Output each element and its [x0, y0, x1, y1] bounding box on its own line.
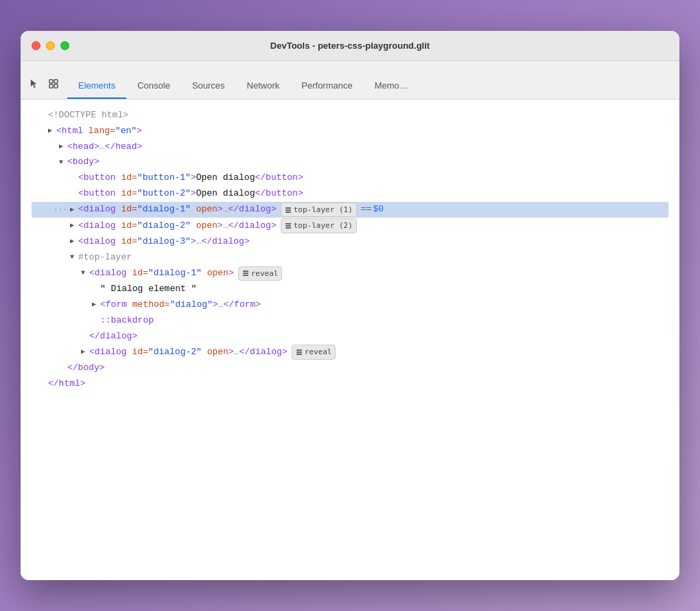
- window-title: DevTools - peters-css-playground.glit: [270, 41, 430, 51]
- html-open-line: ▶ <html lang="en" >: [32, 124, 668, 139]
- top-layer-1-badge[interactable]: top-layer (1): [281, 203, 357, 218]
- svg-rect-6: [285, 211, 291, 213]
- tab-memory[interactable]: Memo…: [364, 75, 419, 99]
- doctype-line: <!DOCTYPE html>: [32, 108, 668, 124]
- top-layer-2-badge[interactable]: top-layer (2): [281, 218, 357, 233]
- dialog3-line[interactable]: ▶ <dialog id="dialog-3" > … </dialog>: [32, 234, 668, 250]
- body-triangle[interactable]: ▼: [59, 157, 67, 168]
- tab-console[interactable]: Console: [126, 75, 181, 99]
- toolbar-icons: [26, 76, 62, 99]
- button2-line: <button id="button-2" > Open dialog </bu…: [32, 186, 668, 202]
- head-line: ▶ <head> … </head>: [32, 139, 668, 155]
- cursor-icon[interactable]: [26, 76, 43, 92]
- button1-line: <button id="button-1" > Open dialog </bu…: [32, 170, 668, 186]
- reveal-badge-1[interactable]: reveal: [238, 266, 283, 281]
- dialog1-inner-open-line[interactable]: ▼ <dialog id="dialog-1" open > reveal: [32, 266, 668, 282]
- body-close-line: </body>: [32, 360, 668, 376]
- body-open-line: ▼ <body>: [32, 154, 668, 170]
- doctype-text: <!DOCTYPE html>: [48, 108, 128, 123]
- svg-rect-3: [54, 84, 58, 88]
- svg-rect-10: [243, 270, 248, 272]
- html-tag-open: <html: [56, 124, 83, 139]
- dialog1-line[interactable]: ··· ▶ <dialog id="dialog-1" open > … </d…: [32, 202, 668, 218]
- reveal-badge-2[interactable]: reveal: [292, 345, 336, 360]
- tab-network[interactable]: Network: [236, 75, 291, 99]
- dialog1-triangle[interactable]: ▶: [70, 205, 78, 216]
- dialog1-close-tag: </dialog>: [89, 330, 137, 344]
- top-layer-line[interactable]: ▼ #top-layer: [32, 250, 668, 266]
- dialog1-close-line: </dialog>: [32, 329, 668, 345]
- traffic-lights: [32, 41, 69, 50]
- dialog-text: " Dialog element ": [100, 282, 196, 297]
- svg-rect-0: [49, 80, 53, 83]
- tab-sources[interactable]: Sources: [181, 75, 236, 99]
- dialog2-line[interactable]: ▶ <dialog id="dialog-2" open > … </dialo…: [32, 218, 668, 234]
- devtools-window: DevTools - peters-css-playground.glit El…: [21, 31, 679, 580]
- dialog2-triangle[interactable]: ▶: [70, 220, 78, 231]
- title-bar: DevTools - peters-css-playground.glit: [21, 31, 679, 61]
- svg-rect-11: [243, 273, 248, 274]
- head-triangle[interactable]: ▶: [59, 141, 67, 152]
- top-layer-triangle[interactable]: ▼: [70, 252, 78, 263]
- svg-rect-13: [296, 349, 302, 351]
- backdrop-line: ::backdrop: [32, 313, 668, 329]
- dialog-text-line: " Dialog element ": [32, 281, 668, 297]
- html-lang-attr: lang=: [83, 124, 115, 139]
- svg-rect-15: [296, 354, 302, 355]
- form-line[interactable]: ▶ <form method="dialog" > … </form>: [32, 297, 668, 313]
- minimize-button[interactable]: [46, 41, 55, 50]
- dialog1-inner-triangle[interactable]: ▼: [81, 268, 89, 279]
- svg-rect-12: [243, 275, 248, 276]
- maximize-button[interactable]: [60, 41, 69, 50]
- svg-rect-8: [285, 225, 291, 227]
- svg-rect-1: [49, 84, 53, 88]
- layers-icon: [285, 207, 292, 214]
- svg-rect-14: [296, 351, 302, 353]
- html-close-tag: </html>: [48, 377, 86, 391]
- tab-bar: Elements Console Sources Network Perform…: [21, 61, 679, 100]
- tab-elements[interactable]: Elements: [67, 75, 126, 99]
- inspect-icon[interactable]: [45, 76, 62, 92]
- body-close-tag: </body>: [67, 361, 105, 376]
- dialog2-inner-line[interactable]: ▶ <dialog id="dialog-2" open > … </dialo…: [32, 344, 668, 360]
- svg-rect-4: [285, 207, 291, 209]
- html-triangle[interactable]: ▶: [48, 126, 56, 137]
- svg-rect-5: [285, 209, 291, 211]
- dialog3-triangle[interactable]: ▶: [70, 236, 78, 247]
- close-button[interactable]: [32, 41, 40, 50]
- svg-rect-9: [285, 227, 291, 229]
- html-close-line: </html>: [32, 376, 668, 392]
- elements-panel: <!DOCTYPE html> ▶ <html lang="en" > ▶ <h…: [21, 100, 679, 580]
- tab-performance[interactable]: Performance: [290, 75, 363, 99]
- layers-icon-2: [285, 222, 292, 229]
- svg-rect-7: [285, 223, 291, 224]
- svg-rect-2: [54, 80, 58, 83]
- form-triangle[interactable]: ▶: [92, 299, 100, 310]
- top-layer-text: #top-layer: [78, 251, 132, 265]
- dialog2-inner-triangle[interactable]: ▶: [81, 347, 89, 358]
- reveal-icon-2: [296, 349, 303, 356]
- backdrop-text: ::backdrop: [100, 314, 154, 328]
- reveal-icon-1: [242, 270, 249, 277]
